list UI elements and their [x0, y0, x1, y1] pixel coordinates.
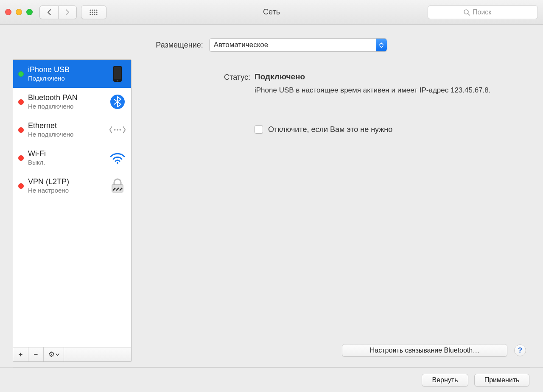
show-all-button[interactable] [81, 6, 106, 19]
interface-name: Ethernet [28, 121, 105, 131]
svg-point-6 [94, 11, 95, 13]
interface-status: Подключено [28, 75, 105, 82]
svg-point-20 [120, 129, 121, 131]
iphone-icon [109, 65, 126, 82]
interface-name: VPN (L2TP) [28, 177, 105, 187]
status-indicator [18, 99, 24, 105]
sidebar-item-ethernet[interactable]: Ethernet Не подключено [13, 116, 131, 144]
interface-name: Bluetooth PAN [28, 93, 105, 103]
interface-status: Не подключено [28, 131, 105, 138]
detail-footer: Настроить связывание Bluetooth… ? [342, 344, 526, 357]
actions-menu-button[interactable]: ⚙︎ [44, 347, 64, 361]
svg-point-8 [90, 14, 91, 15]
svg-point-10 [94, 14, 95, 15]
chevron-right-icon [65, 9, 70, 15]
svg-point-5 [92, 11, 93, 13]
svg-point-11 [96, 14, 97, 15]
status-indicator [18, 183, 24, 189]
svg-point-4 [90, 11, 91, 13]
sidebar-item-vpn[interactable]: VPN (L2TP) Не настроено [13, 172, 131, 200]
window-footer: Вернуть Применить [0, 367, 543, 392]
disable-if-unneeded-label: Отключите, если Вам это не нужно [268, 125, 392, 134]
sidebar-item-iphone-usb[interactable]: iPhone USB Подключено [13, 60, 131, 88]
svg-rect-15 [114, 67, 121, 79]
interface-status: Выкл. [28, 159, 105, 166]
minimize-window-button[interactable] [16, 9, 22, 15]
window-controls [5, 9, 33, 15]
lock-icon [109, 177, 126, 194]
disable-if-unneeded-row: Отключите, если Вам это не нужно [255, 125, 521, 134]
sidebar-toolbar: + − ⚙︎ [13, 347, 131, 361]
titlebar: Сеть [0, 0, 543, 25]
interface-name: iPhone USB [28, 65, 105, 75]
interface-status: Не подключено [28, 103, 105, 110]
wifi-icon [109, 149, 126, 166]
disable-if-unneeded-checkbox[interactable] [255, 125, 263, 134]
network-preferences-window: Сеть Размещение: Автоматическое [0, 0, 543, 392]
svg-point-7 [96, 11, 97, 13]
status-indicator [18, 71, 24, 77]
nav-group [39, 6, 77, 19]
body: Размещение: Автоматическое iPhone USB По… [0, 25, 543, 392]
svg-point-0 [90, 9, 91, 11]
bluetooth-icon [109, 93, 126, 110]
select-stepper-icon [376, 39, 387, 51]
search-field[interactable] [428, 6, 538, 19]
help-button[interactable]: ? [514, 344, 526, 356]
svg-point-9 [92, 14, 93, 15]
status-description: iPhone USB в настоящее время активен и и… [255, 86, 509, 95]
sidebar-item-bluetooth-pan[interactable]: Bluetooth PAN Не подключено [13, 88, 131, 116]
status-value: Подключено [255, 72, 521, 81]
toolbar-spacer [64, 347, 131, 361]
interface-status: Не настроено [28, 187, 105, 194]
status-indicator [18, 127, 24, 133]
status-indicator [18, 155, 24, 161]
chevron-left-icon [47, 9, 52, 15]
window-title: Сеть [263, 8, 280, 17]
location-label: Размещение: [156, 41, 203, 50]
location-select[interactable]: Автоматическое [209, 38, 387, 52]
interfaces-list: iPhone USB Подключено Bluetooth PAN Не п… [13, 60, 131, 347]
svg-point-21 [117, 162, 118, 164]
revert-button[interactable]: Вернуть [422, 374, 468, 386]
svg-point-18 [114, 129, 116, 131]
interface-name: Wi-Fi [28, 149, 105, 159]
status-row: Статус: Подключено iPhone USB в настояще… [148, 72, 521, 95]
apply-button[interactable]: Применить [474, 374, 529, 386]
chevron-down-icon [56, 353, 59, 356]
main-area: iPhone USB Подключено Bluetooth PAN Не п… [0, 59, 543, 367]
svg-point-1 [92, 9, 93, 11]
zoom-window-button[interactable] [26, 9, 33, 15]
search-icon [463, 9, 470, 16]
close-window-button[interactable] [5, 9, 11, 15]
ethernet-icon [109, 121, 126, 138]
remove-interface-button[interactable]: − [28, 347, 44, 361]
forward-button[interactable] [58, 6, 77, 19]
back-button[interactable] [39, 6, 58, 19]
svg-point-3 [96, 9, 97, 11]
gear-icon: ⚙︎ [48, 350, 55, 359]
interface-detail: Статус: Подключено iPhone USB в настояще… [139, 59, 530, 362]
svg-point-2 [94, 9, 95, 11]
interfaces-sidebar: iPhone USB Подключено Bluetooth PAN Не п… [13, 59, 132, 362]
grid-icon [89, 9, 98, 16]
location-value: Автоматическое [214, 41, 268, 49]
plus-icon: + [19, 350, 23, 359]
configure-bluetooth-button[interactable]: Настроить связывание Bluetooth… [342, 344, 507, 357]
minus-icon: − [34, 350, 38, 359]
status-label: Статус: [148, 72, 250, 95]
svg-point-19 [117, 129, 118, 131]
add-interface-button[interactable]: + [13, 347, 28, 361]
svg-point-16 [117, 80, 118, 81]
sidebar-item-wifi[interactable]: Wi-Fi Выкл. [13, 144, 131, 172]
location-row: Размещение: Автоматическое [0, 25, 543, 59]
search-input[interactable] [473, 8, 502, 16]
svg-line-13 [468, 14, 470, 15]
